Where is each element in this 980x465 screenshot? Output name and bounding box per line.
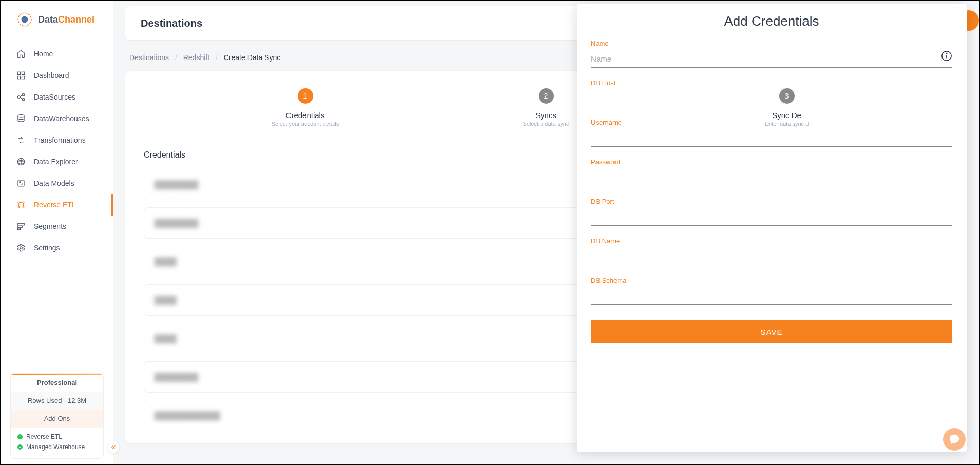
page-title: Destinations (141, 17, 202, 29)
field-label: DB Port (591, 198, 952, 205)
form-fields: NameDB HostUsernamePasswordDB PortDB Nam… (591, 40, 952, 305)
explorer-icon (16, 157, 26, 166)
nav-label: Dashboard (34, 71, 69, 80)
nav-label: Transformations (34, 136, 86, 144)
step-3[interactable]: 3Sync DeEnter data sync d (666, 88, 907, 127)
nav-item-dashboard[interactable]: Dashboard (1, 65, 113, 86)
db-schema-input[interactable] (591, 287, 952, 305)
transform-icon (16, 135, 26, 145)
username-input[interactable] (591, 129, 952, 147)
svg-point-1 (22, 16, 28, 23)
svg-point-15 (20, 182, 21, 183)
nav-label: DataWarehouses (34, 114, 89, 123)
logo[interactable]: DataChannel (1, 1, 113, 38)
form-group-name: Name (591, 40, 952, 68)
form-group-db-name: DB Name (591, 237, 952, 265)
form-group-password: Password (591, 158, 952, 186)
nav-label: Home (34, 50, 53, 58)
save-button[interactable]: SAVE (591, 320, 952, 343)
plan-box: Professional Rows Used - 12.3M Add Ons R… (10, 373, 104, 459)
db-name-input[interactable] (591, 248, 952, 265)
svg-point-26 (17, 444, 23, 450)
form-group-db-schema: DB Schema (591, 277, 952, 305)
nav-item-data-models[interactable]: Data Models (1, 172, 113, 194)
svg-rect-23 (17, 228, 20, 230)
svg-point-11 (18, 115, 24, 118)
nav-label: Settings (34, 244, 60, 252)
sidebar: DataChannel HomeDashboardDataSourcesData… (1, 1, 113, 464)
nav-item-reverse-etl[interactable]: Reverse ETL (1, 194, 113, 216)
nav-item-segments[interactable]: Segments (1, 216, 113, 237)
dashboard-icon (16, 71, 26, 80)
step-number: 1 (298, 88, 313, 104)
svg-rect-14 (18, 180, 24, 186)
nav-label: Data Explorer (34, 158, 78, 166)
form-group-db-port: DB Port (591, 198, 952, 226)
datasource-icon (16, 92, 26, 102)
step-label: Syncs (426, 111, 666, 120)
reverse-icon (16, 200, 26, 209)
svg-rect-21 (17, 224, 25, 225)
svg-point-8 (22, 98, 25, 101)
logo-text: DataChannel (38, 14, 94, 25)
chat-button[interactable] (943, 428, 966, 451)
credential-name: ████ (155, 334, 177, 343)
logo-icon (16, 11, 33, 28)
plan-features: Reverse ETLManaged Warehouse (11, 428, 103, 458)
svg-point-19 (18, 206, 20, 208)
nav: HomeDashboardDataSourcesDataWarehousesTr… (1, 38, 113, 368)
plan-feature: Reverse ETL (17, 432, 97, 442)
models-icon (16, 179, 26, 188)
nav-label: Reverse ETL (34, 201, 76, 209)
step-sublabel: Select your account details (185, 121, 426, 127)
credential-name: ████████ (155, 373, 198, 381)
svg-point-16 (22, 184, 23, 185)
nav-item-datasources[interactable]: DataSources (1, 86, 113, 108)
nav-label: Data Models (34, 179, 74, 187)
svg-rect-4 (17, 76, 20, 79)
add-credentials-modal: Add Credentials NameDB HostUsernamePassw… (577, 4, 967, 452)
check-icon (17, 444, 23, 450)
field-label: DB Name (591, 237, 952, 245)
svg-rect-2 (17, 72, 20, 74)
svg-point-25 (17, 434, 23, 439)
nav-label: Segments (34, 222, 66, 230)
step-label: Credentials (185, 111, 426, 120)
home-icon (16, 49, 26, 59)
svg-point-6 (17, 96, 20, 99)
step-number: 2 (539, 88, 554, 104)
breadcrumb-redshift[interactable]: Redshift (183, 53, 209, 62)
check-icon (17, 434, 23, 440)
db-port-input[interactable] (591, 208, 952, 226)
svg-line-9 (20, 95, 23, 97)
svg-point-7 (22, 93, 25, 96)
nav-item-datawarehouses[interactable]: DataWarehouses (1, 108, 113, 129)
step-2[interactable]: 2SyncsSelect a data sync (426, 88, 666, 127)
svg-point-17 (18, 202, 20, 203)
nav-item-settings[interactable]: Settings (1, 237, 113, 259)
step-sublabel: Select a data sync (426, 121, 666, 127)
svg-rect-5 (22, 76, 25, 79)
breadcrumb-current: Create Data Sync (224, 53, 281, 62)
svg-point-20 (23, 206, 24, 208)
password-input[interactable] (591, 169, 952, 186)
nav-item-data-explorer[interactable]: Data Explorer (1, 151, 113, 172)
svg-rect-3 (22, 72, 25, 74)
plan-tier: Professional (11, 374, 103, 392)
breadcrumb-destinations[interactable]: Destinations (129, 53, 169, 62)
credential-name: ████████ (155, 180, 198, 189)
step-1[interactable]: 1CredentialsSelect your account details (185, 88, 426, 127)
step-number: 3 (779, 88, 795, 104)
plan-rows-used: Rows Used - 12.3M (11, 392, 103, 410)
warehouse-icon (16, 114, 26, 123)
segments-icon (16, 222, 26, 231)
plan-feature: Managed Warehouse (17, 442, 97, 452)
field-label: DB Schema (591, 277, 952, 284)
field-label: Name (591, 40, 952, 47)
section-title: Credentials (144, 150, 185, 160)
nav-item-transformations[interactable]: Transformations (1, 129, 113, 151)
svg-point-33 (946, 53, 947, 54)
name-input[interactable] (591, 50, 952, 68)
nav-item-home[interactable]: Home (1, 43, 113, 65)
info-icon[interactable] (941, 50, 952, 62)
